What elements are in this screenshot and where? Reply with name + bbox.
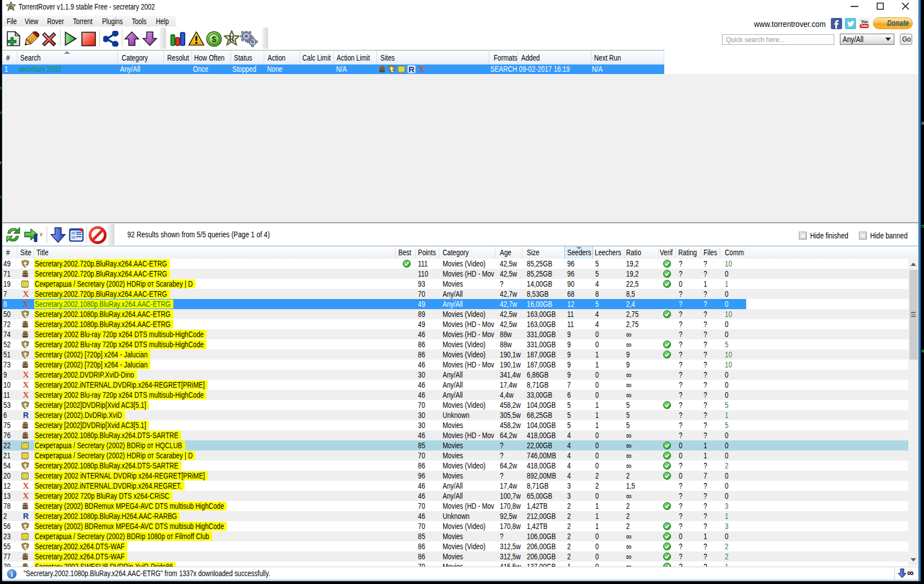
svg-text:X: X [22,482,29,490]
svg-text:Tube: Tube [861,24,868,27]
svg-text:X: X [22,290,29,298]
svg-text:R: R [23,512,29,520]
svg-text:X: X [22,391,29,399]
svg-text:X: X [22,300,29,308]
svg-text:X: X [418,65,424,73]
svg-text:X: X [22,381,29,389]
svg-text:$: $ [212,34,217,44]
svg-text:i: i [11,570,13,578]
svg-text:R: R [9,3,13,10]
svg-text:R: R [408,65,415,73]
svg-text:You: You [861,19,868,24]
svg-text:X: X [22,492,29,500]
svg-text:R: R [229,34,235,43]
svg-text:R: R [23,411,29,419]
svg-text:X: X [22,371,29,379]
